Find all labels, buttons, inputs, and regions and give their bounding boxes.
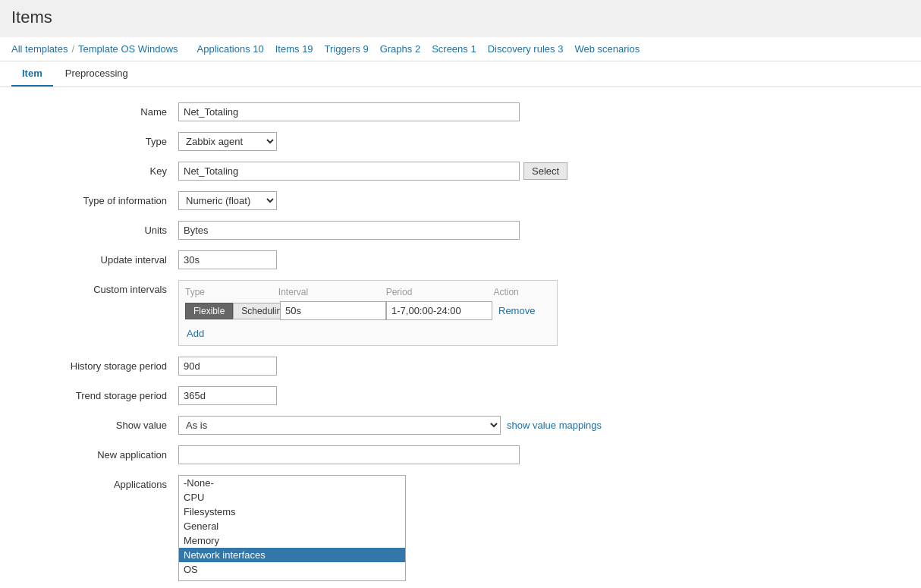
ci-header: Type Interval Period Action: [185, 287, 551, 297]
tabs-bar: Item Preprocessing: [0, 61, 921, 87]
show-value-label: Show value: [11, 416, 178, 431]
name-row: Name: [11, 102, 910, 121]
trend-storage-field: [178, 386, 910, 405]
listbox-item-general[interactable]: General: [179, 519, 405, 533]
listbox-item-none[interactable]: -None-: [179, 476, 405, 490]
key-input[interactable]: [178, 162, 520, 181]
name-input[interactable]: [178, 102, 520, 121]
type-of-info-field: Numeric (float) Character Log Numeric (u…: [178, 191, 910, 210]
tab-preprocessing[interactable]: Preprocessing: [55, 61, 139, 86]
key-label: Key: [11, 162, 178, 177]
ci-remove-link[interactable]: Remove: [498, 305, 535, 316]
history-storage-row: History storage period: [11, 357, 910, 376]
show-value-row: Show value As is show value mappings: [11, 416, 910, 435]
nav-link-graphs[interactable]: Graphs 2: [380, 43, 420, 55]
ci-flexible-button[interactable]: Flexible: [185, 303, 233, 319]
listbox-item-performance[interactable]: Performance: [179, 577, 405, 581]
update-interval-row: Update interval: [11, 250, 910, 269]
name-field: [178, 102, 910, 121]
breadcrumb-template-name[interactable]: Template OS Windows: [78, 43, 178, 55]
trend-storage-input[interactable]: [178, 386, 277, 405]
type-of-info-label: Type of information: [11, 191, 178, 206]
key-row: Key Select: [11, 162, 910, 181]
page-title: Items: [11, 8, 910, 27]
custom-intervals-row: Custom intervals Type Interval Period Ac…: [11, 280, 910, 346]
applications-label: Applications: [11, 475, 178, 490]
show-value-field: As is show value mappings: [178, 416, 910, 435]
new-application-field: [178, 445, 910, 464]
update-interval-field: [178, 250, 910, 269]
history-storage-label: History storage period: [11, 357, 178, 372]
type-row: Type Zabbix agent Zabbix agent (active) …: [11, 132, 910, 151]
ci-header-interval: Interval: [278, 287, 386, 297]
nav-links: Applications 10 Items 19 Triggers 9 Grap…: [186, 43, 640, 55]
nav-link-discovery-rules[interactable]: Discovery rules 3: [488, 43, 564, 55]
update-interval-label: Update interval: [11, 250, 178, 266]
form-content: Name Type Zabbix agent Zabbix agent (act…: [0, 87, 921, 588]
breadcrumb: All templates / Template OS Windows Appl…: [0, 37, 921, 61]
listbox-item-filesystems[interactable]: Filesystems: [179, 505, 405, 519]
custom-intervals-label: Custom intervals: [11, 280, 178, 295]
trend-storage-row: Trend storage period: [11, 386, 910, 405]
nav-link-web-scenarios[interactable]: Web scenarios: [574, 43, 640, 55]
ci-interval-input[interactable]: [280, 301, 386, 320]
type-field: Zabbix agent Zabbix agent (active) Simpl…: [178, 132, 910, 151]
key-field: Select: [178, 162, 910, 181]
breadcrumb-separator: /: [71, 43, 74, 55]
ci-row-1: Flexible Scheduling Remove: [185, 301, 551, 320]
listbox-item-memory[interactable]: Memory: [179, 533, 405, 548]
name-label: Name: [11, 102, 178, 118]
ci-header-type: Type: [185, 287, 278, 297]
type-of-info-select[interactable]: Numeric (float) Character Log Numeric (u…: [178, 191, 277, 210]
update-interval-input[interactable]: [178, 250, 277, 269]
breadcrumb-all-templates[interactable]: All templates: [11, 43, 68, 55]
applications-field: -None- CPU Filesystems General Memory Ne…: [178, 475, 910, 581]
ci-period-input[interactable]: [386, 301, 492, 320]
show-value-mappings-link[interactable]: show value mappings: [507, 420, 602, 431]
ci-type-buttons: Flexible Scheduling: [185, 303, 280, 319]
custom-intervals-container: Type Interval Period Action Flexible Sch…: [178, 280, 558, 346]
type-of-info-row: Type of information Numeric (float) Char…: [11, 191, 910, 210]
trend-storage-label: Trend storage period: [11, 386, 178, 401]
nav-link-items[interactable]: Items 19: [275, 43, 313, 55]
ci-header-action: Action: [493, 287, 551, 297]
ci-header-period: Period: [386, 287, 494, 297]
custom-intervals-field: Type Interval Period Action Flexible Sch…: [178, 280, 910, 346]
listbox-item-network-interfaces[interactable]: Network interfaces: [179, 548, 405, 562]
listbox-item-os[interactable]: OS: [179, 562, 405, 577]
history-storage-field: [178, 357, 910, 376]
nav-link-screens[interactable]: Screens 1: [432, 43, 476, 55]
ci-add-row: Add: [185, 324, 551, 339]
new-application-input[interactable]: [178, 445, 520, 464]
show-value-select[interactable]: As is: [178, 416, 501, 435]
new-application-row: New application: [11, 445, 910, 464]
applications-listbox[interactable]: -None- CPU Filesystems General Memory Ne…: [178, 475, 406, 581]
units-input[interactable]: [178, 221, 520, 240]
units-label: Units: [11, 221, 178, 236]
type-label: Type: [11, 132, 178, 147]
listbox-item-cpu[interactable]: CPU: [179, 490, 405, 505]
applications-row: Applications -None- CPU Filesystems Gene…: [11, 475, 910, 581]
units-field: [178, 221, 910, 240]
key-input-row: Select: [178, 162, 910, 181]
nav-link-triggers[interactable]: Triggers 9: [325, 43, 369, 55]
select-button[interactable]: Select: [523, 162, 567, 180]
type-select[interactable]: Zabbix agent Zabbix agent (active) Simpl…: [178, 132, 277, 151]
units-row: Units: [11, 221, 910, 240]
tab-item[interactable]: Item: [11, 61, 53, 86]
history-storage-input[interactable]: [178, 357, 277, 376]
show-value-controls: As is show value mappings: [178, 416, 910, 435]
ci-add-link[interactable]: Add: [187, 328, 204, 339]
nav-link-applications[interactable]: Applications 10: [197, 43, 264, 55]
new-application-label: New application: [11, 445, 178, 461]
